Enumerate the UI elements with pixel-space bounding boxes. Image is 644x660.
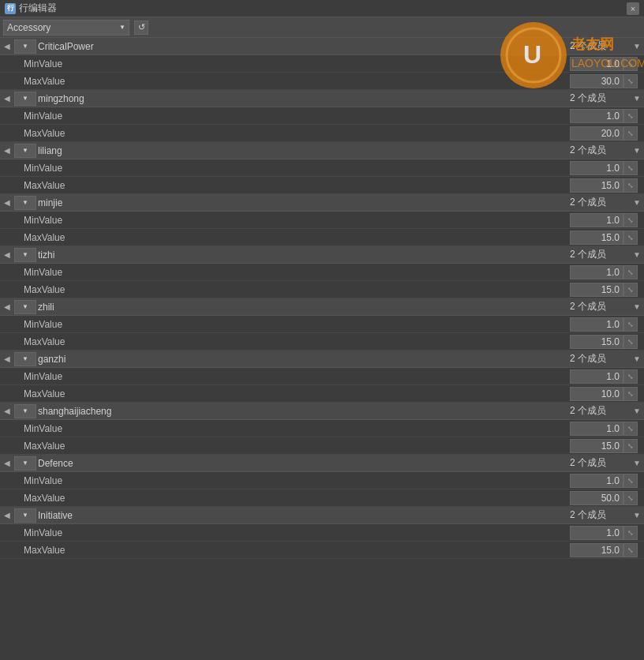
section-header-shanghaijiacheng[interactable]: ◀ ▼ shanghaijiacheng 2 个成员 ▼ <box>0 403 644 420</box>
section-dropdown-Defence[interactable]: ▼ <box>14 456 36 471</box>
field-value-mingzhong-0[interactable]: 1.0 <box>570 109 623 123</box>
section-header-Initiative[interactable]: ◀ ▼ Initiative 2 个成员 ▼ <box>0 507 644 524</box>
section-label-Defence: Defence <box>36 458 567 469</box>
field-value-Initiative-1[interactable]: 15.0 <box>570 543 623 557</box>
field-expand-icon-liliang-1[interactable]: ⤡ <box>623 178 638 193</box>
section-header-mingzhong[interactable]: ◀ ▼ mingzhong 2 个成员 ▼ <box>0 90 644 107</box>
refresh-button[interactable]: ↺ <box>134 21 148 35</box>
field-row-ganzhi-1: MaxValue 10.0 ⤡ <box>0 385 644 403</box>
field-value-minjie-1[interactable]: 15.0 <box>570 231 623 245</box>
field-expand-icon-tizhi-0[interactable]: ⤡ <box>623 265 638 279</box>
field-value-tizhi-1[interactable]: 15.0 <box>570 283 623 297</box>
field-label-shanghaijiacheng-1: MaxValue <box>21 441 570 452</box>
field-value-ganzhi-0[interactable]: 1.0 <box>570 369 623 384</box>
field-right-CriticalPower-0: 1.0 ⤡ <box>570 57 644 71</box>
field-right-CriticalPower-1: 30.0 ⤡ <box>570 74 644 88</box>
section-dropdown-CriticalPower[interactable]: ▼ <box>14 39 36 54</box>
section-dropdown-ganzhi[interactable]: ▼ <box>14 352 36 366</box>
field-expand-icon-Initiative-0[interactable]: ⤡ <box>623 526 638 540</box>
field-right-Defence-0: 1.0 ⤡ <box>570 474 644 488</box>
field-expand-icon-CriticalPower-1[interactable]: ⤡ <box>623 74 638 88</box>
field-value-CriticalPower-0[interactable]: 1.0 <box>570 57 623 71</box>
field-label-tizhi-1: MaxValue <box>21 284 570 295</box>
field-row-CriticalPower-0: MinValue 1.0 ⤡ <box>0 55 644 73</box>
close-button[interactable]: × <box>627 2 639 15</box>
field-row-tizhi-0: MinValue 1.0 ⤡ <box>0 264 644 281</box>
field-expand-icon-shanghaijiacheng-1[interactable]: ⤡ <box>623 439 638 453</box>
field-right-mingzhong-1: 20.0 ⤡ <box>570 126 644 141</box>
main-content: ◀ ▼ CriticalPower 2 个成员 ▼ MinValue 1.0 ⤡… <box>0 38 644 660</box>
section-count-arrow-tizhi[interactable]: ▼ <box>630 248 644 262</box>
section-header-ganzhi[interactable]: ◀ ▼ ganzhi 2 个成员 ▼ <box>0 351 644 368</box>
field-expand-icon-CriticalPower-0[interactable]: ⤡ <box>623 57 638 71</box>
section-header-tizhi[interactable]: ◀ ▼ tizhi 2 个成员 ▼ <box>0 246 644 264</box>
section-header-minjie[interactable]: ◀ ▼ minjie 2 个成员 ▼ <box>0 194 644 212</box>
field-expand-icon-Defence-1[interactable]: ⤡ <box>623 491 638 505</box>
field-expand-icon-ganzhi-0[interactable]: ⤡ <box>623 369 638 384</box>
field-value-Initiative-0[interactable]: 1.0 <box>570 526 623 540</box>
section-count-arrow-Defence[interactable]: ▼ <box>630 456 644 471</box>
section-count-arrow-Initiative[interactable]: ▼ <box>630 508 644 523</box>
section-count-arrow-ganzhi[interactable]: ▼ <box>630 352 644 366</box>
field-right-minjie-0: 1.0 ⤡ <box>570 213 644 227</box>
field-right-tizhi-1: 15.0 ⤡ <box>570 283 644 297</box>
field-value-Defence-1[interactable]: 50.0 <box>570 491 623 505</box>
collapse-icon-tizhi: ◀ <box>0 246 14 264</box>
section-count-arrow-shanghaijiacheng[interactable]: ▼ <box>630 404 644 418</box>
field-label-liliang-0: MinValue <box>21 163 570 174</box>
section-count-arrow-minjie[interactable]: ▼ <box>630 196 644 210</box>
title-bar-text: 行编辑器 <box>19 2 627 15</box>
field-value-shanghaijiacheng-1[interactable]: 15.0 <box>570 439 623 453</box>
field-right-tizhi-0: 1.0 ⤡ <box>570 265 644 279</box>
field-expand-icon-shanghaijiacheng-0[interactable]: ⤡ <box>623 422 638 436</box>
field-value-zhili-0[interactable]: 1.0 <box>570 317 623 332</box>
field-value-zhili-1[interactable]: 15.0 <box>570 335 623 349</box>
section-count-arrow-CriticalPower[interactable]: ▼ <box>630 39 644 54</box>
field-value-shanghaijiacheng-0[interactable]: 1.0 <box>570 422 623 436</box>
field-expand-icon-liliang-0[interactable]: ⤡ <box>623 161 638 175</box>
field-right-Initiative-0: 1.0 ⤡ <box>570 526 644 540</box>
field-expand-icon-mingzhong-0[interactable]: ⤡ <box>623 109 638 123</box>
field-value-liliang-1[interactable]: 15.0 <box>570 178 623 193</box>
section-dropdown-Initiative[interactable]: ▼ <box>14 508 36 523</box>
section-dropdown-minjie[interactable]: ▼ <box>14 196 36 210</box>
field-right-minjie-1: 15.0 ⤡ <box>570 231 644 245</box>
field-expand-icon-ganzhi-1[interactable]: ⤡ <box>623 387 638 401</box>
field-value-mingzhong-1[interactable]: 20.0 <box>570 126 623 141</box>
section-dropdown-liliang[interactable]: ▼ <box>14 144 36 158</box>
field-expand-icon-mingzhong-1[interactable]: ⤡ <box>623 126 638 141</box>
field-row-minjie-0: MinValue 1.0 ⤡ <box>0 212 644 229</box>
field-value-ganzhi-1[interactable]: 10.0 <box>570 387 623 401</box>
section-header-CriticalPower[interactable]: ◀ ▼ CriticalPower 2 个成员 ▼ <box>0 38 644 55</box>
field-expand-icon-minjie-1[interactable]: ⤡ <box>623 231 638 245</box>
field-label-mingzhong-0: MinValue <box>21 111 570 122</box>
collapse-icon-liliang: ◀ <box>0 142 14 159</box>
section-header-Defence[interactable]: ◀ ▼ Defence 2 个成员 ▼ <box>0 455 644 472</box>
field-value-Defence-0[interactable]: 1.0 <box>570 474 623 488</box>
field-expand-icon-Defence-0[interactable]: ⤡ <box>623 474 638 488</box>
section-count-arrow-zhili[interactable]: ▼ <box>630 300 644 314</box>
section-count-CriticalPower: 2 个成员 <box>567 39 630 53</box>
section-header-zhili[interactable]: ◀ ▼ zhili 2 个成员 ▼ <box>0 298 644 316</box>
section-dropdown-shanghaijiacheng[interactable]: ▼ <box>14 404 36 418</box>
field-label-minjie-1: MaxValue <box>21 232 570 243</box>
field-expand-icon-zhili-1[interactable]: ⤡ <box>623 335 638 349</box>
section-header-liliang[interactable]: ◀ ▼ liliang 2 个成员 ▼ <box>0 142 644 159</box>
field-expand-icon-Initiative-1[interactable]: ⤡ <box>623 543 638 557</box>
field-expand-icon-zhili-0[interactable]: ⤡ <box>623 317 638 332</box>
section-dropdown-mingzhong[interactable]: ▼ <box>14 92 36 106</box>
section-count-tizhi: 2 个成员 <box>567 248 630 261</box>
field-value-liliang-0[interactable]: 1.0 <box>570 161 623 175</box>
field-expand-icon-minjie-0[interactable]: ⤡ <box>623 213 638 227</box>
field-value-minjie-0[interactable]: 1.0 <box>570 213 623 227</box>
accessor-dropdown[interactable]: Accessory ▼ <box>3 20 129 36</box>
section-dropdown-zhili[interactable]: ▼ <box>14 300 36 314</box>
field-row-shanghaijiacheng-1: MaxValue 15.0 ⤡ <box>0 437 644 455</box>
field-expand-icon-tizhi-1[interactable]: ⤡ <box>623 283 638 297</box>
section-count-arrow-mingzhong[interactable]: ▼ <box>630 92 644 106</box>
field-value-CriticalPower-1[interactable]: 30.0 <box>570 74 623 88</box>
field-value-tizhi-0[interactable]: 1.0 <box>570 265 623 279</box>
section-count-arrow-liliang[interactable]: ▼ <box>630 144 644 158</box>
title-bar: 行 行编辑器 × <box>0 0 644 17</box>
section-dropdown-tizhi[interactable]: ▼ <box>14 248 36 262</box>
